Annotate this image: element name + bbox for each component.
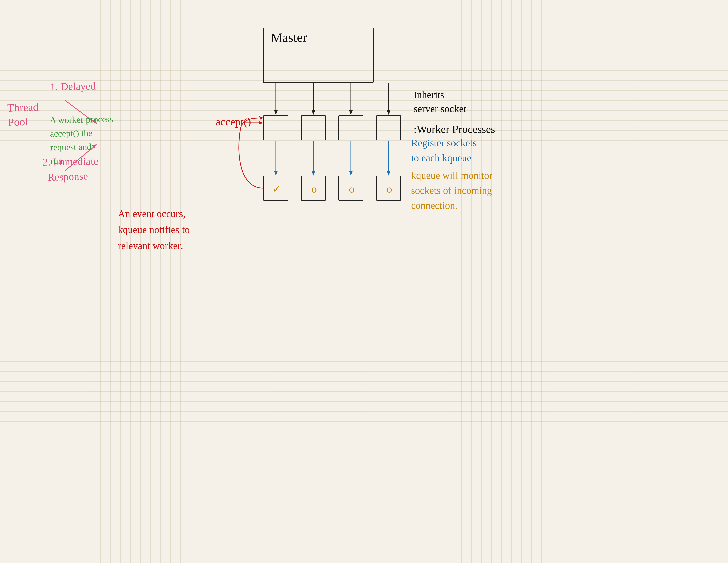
label-inherits-socket: Inheritsserver socket — [414, 88, 466, 116]
master-label: Master — [270, 30, 307, 45]
label-register-sockets: Register socketsto each kqueue — [411, 135, 477, 165]
kqueue-box-2: o — [301, 176, 326, 201]
kqueue-box-1: ✓ — [263, 176, 288, 201]
svg-marker-9 — [274, 171, 278, 176]
label-kqueue-monitor: kqueue will monitorsockets of incomingco… — [411, 168, 492, 213]
worker-box-4 — [376, 115, 401, 140]
label-accept-call: accept() — [216, 115, 251, 128]
svg-marker-15 — [387, 171, 390, 176]
label-event-occurs: An event occurs,kqueue notifies toreleva… — [118, 206, 190, 254]
svg-marker-13 — [349, 171, 353, 176]
label-1-delayed: 1. Delayed — [50, 80, 96, 93]
svg-marker-7 — [387, 110, 390, 115]
kqueue-symbol-1: ✓ — [264, 176, 289, 201]
worker-box-3 — [338, 115, 363, 140]
kqueue-symbol-2: o — [302, 176, 327, 201]
label-worker-accepts: A worker processaccept() therequest andr… — [50, 112, 114, 167]
arrows-svg — [0, 0, 728, 563]
worker-box-2 — [301, 115, 326, 140]
svg-marker-11 — [312, 171, 315, 176]
kqueue-symbol-4: o — [377, 176, 402, 201]
svg-marker-5 — [349, 110, 353, 115]
kqueue-box-3: o — [338, 176, 363, 201]
kqueue-symbol-3: o — [339, 176, 364, 201]
worker-box-1 — [263, 115, 288, 140]
svg-marker-3 — [312, 110, 315, 115]
label-worker-processes: :Worker Processes — [414, 123, 495, 136]
thread-pool-label: ThreadPool — [7, 100, 39, 130]
svg-marker-18 — [259, 121, 263, 125]
kqueue-box-4: o — [376, 176, 401, 201]
diagram-container: Master ✓ o o o ThreadPool 1. Delayed 2. … — [0, 0, 728, 563]
label-response: Response — [47, 170, 88, 183]
svg-marker-1 — [274, 110, 278, 115]
svg-marker-16 — [259, 116, 263, 120]
